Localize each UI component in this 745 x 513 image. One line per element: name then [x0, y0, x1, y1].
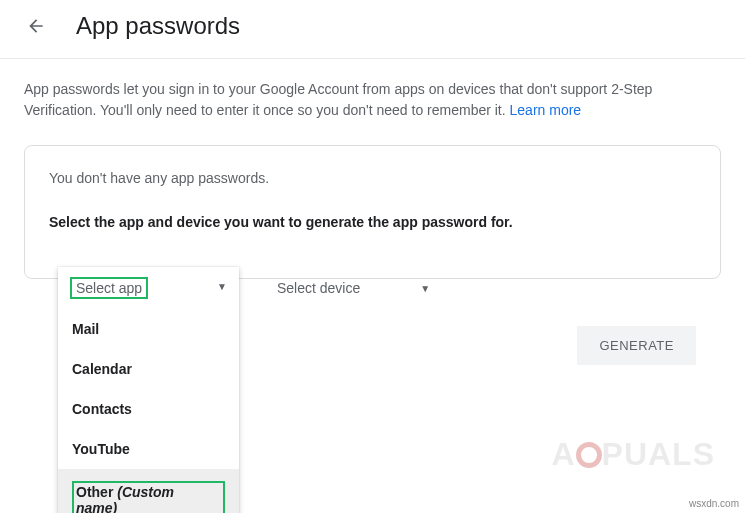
watermark-logo: A PUALS	[551, 436, 715, 473]
dropdown-item-contacts[interactable]: Contacts	[58, 389, 239, 429]
watermark-prefix: A	[551, 436, 575, 473]
dropdown-item-other[interactable]: Other (Custom name)	[58, 469, 239, 513]
other-label: Other	[76, 484, 113, 500]
dropdown-item-youtube[interactable]: YouTube	[58, 429, 239, 469]
status-text: You don't have any app passwords.	[49, 170, 696, 186]
chevron-down-icon: ▼	[420, 283, 430, 294]
generate-button[interactable]: GENERATE	[577, 326, 696, 365]
select-device-label: Select device	[277, 280, 360, 296]
description-block: App passwords let you sign in to your Go…	[0, 59, 745, 133]
watermark-suffix: PUALS	[602, 436, 715, 473]
select-app-dropdown-menu: Select app ▼ Mail Calendar Contacts YouT…	[58, 267, 239, 513]
dropdown-header[interactable]: Select app ▼	[58, 267, 239, 309]
select-device-dropdown[interactable]: Select device ▼	[277, 280, 430, 296]
source-attribution: wsxdn.com	[689, 498, 739, 509]
instruction-text: Select the app and device you want to ge…	[49, 214, 696, 230]
chevron-down-icon: ▼	[217, 281, 227, 292]
page-title: App passwords	[76, 12, 240, 40]
dropdown-item-mail[interactable]: Mail	[58, 309, 239, 349]
app-passwords-card: You don't have any app passwords. Select…	[24, 145, 721, 279]
dropdown-item-calendar[interactable]: Calendar	[58, 349, 239, 389]
learn-more-link[interactable]: Learn more	[510, 102, 582, 118]
back-button[interactable]	[24, 14, 48, 38]
select-app-label: Select app	[70, 277, 148, 299]
watermark-ring-icon	[576, 442, 602, 468]
page-header: App passwords	[0, 0, 745, 59]
arrow-left-icon	[26, 16, 46, 36]
